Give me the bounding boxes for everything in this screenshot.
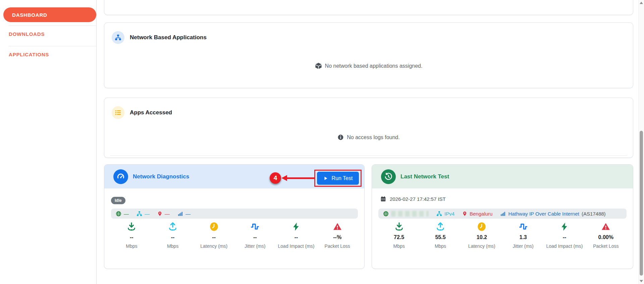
history-icon	[381, 169, 396, 184]
location-text: Bengaluru	[470, 211, 492, 217]
timestamp-row: 2026-02-27 17:42:57 IST	[380, 196, 446, 202]
signal-bars-icon	[177, 211, 183, 217]
isp-placeholder: —	[185, 211, 191, 217]
info-icon	[337, 134, 344, 140]
metric-load-impact: -- Load Impact (ms)	[276, 221, 317, 250]
scrollbar[interactable]	[638, 0, 644, 284]
metric-value: 1.3	[520, 234, 527, 240]
card-title: Network Based Applications	[130, 34, 207, 41]
metric-label: Mbps	[393, 243, 405, 250]
scrollbar-thumb[interactable]	[640, 131, 643, 276]
metric-jitter: -- Jitter (ms)	[234, 221, 276, 250]
sidebar: DASHBOARD DOWNLOADS APPLICATIONS	[0, 0, 97, 284]
jitter-icon	[518, 221, 528, 233]
sidebar-item-label: DOWNLOADS	[9, 31, 45, 37]
network-info-bar: IPv4 Bengaluru Hathway IP Over Cable Int…	[378, 209, 627, 219]
ip-version-placeholder: —	[145, 211, 150, 217]
annotation-arrow-line	[286, 177, 315, 179]
card-title: Apps Accessed	[130, 109, 172, 116]
clock-icon	[477, 221, 486, 233]
jitter-icon	[250, 221, 260, 233]
metric-label: Mbps	[435, 243, 446, 250]
metric-value: --	[212, 234, 216, 240]
asn-text: (AS17488)	[582, 211, 606, 217]
metric-download: 72.5 Mbps	[378, 221, 420, 250]
metric-load-impact: -- Load Impact (ms)	[544, 221, 585, 250]
ip-version: IPv4	[444, 211, 454, 217]
metric-value: 0.00%	[598, 234, 613, 240]
isp-link[interactable]: Hathway IP Over Cable Internet	[508, 211, 579, 217]
ip-placeholder: —	[124, 211, 129, 217]
download-icon	[126, 221, 137, 233]
sidebar-item-label: DASHBOARD	[12, 12, 47, 18]
metric-download: -- Mbps	[111, 221, 152, 250]
scroll-up-icon[interactable]	[640, 2, 643, 4]
metric-packet-loss: 0.00% Packet Loss	[585, 221, 627, 250]
signal-bars-icon	[500, 211, 506, 217]
metric-latency: 10.2 Latency (ms)	[461, 221, 502, 250]
status-badge: Idle	[111, 197, 125, 204]
warning-triangle-icon	[333, 221, 342, 233]
metric-label: Load Impact (ms)	[278, 243, 315, 250]
download-icon	[394, 221, 404, 233]
location-pin-icon	[157, 211, 162, 217]
metric-label: Jitter (ms)	[513, 243, 534, 250]
metric-upload: -- Mbps	[152, 221, 194, 250]
sitemap-icon	[137, 211, 142, 217]
sitemap-icon	[436, 211, 442, 217]
metric-value: --	[563, 234, 567, 240]
last-test-header: Last Network Test	[372, 165, 633, 188]
play-icon	[323, 176, 328, 181]
location-placeholder: —	[165, 211, 170, 217]
metric-value: 55.5	[435, 234, 445, 240]
metric-value: --	[294, 234, 298, 240]
empty-state: No network based applications assigned.	[104, 62, 633, 69]
metric-label: Packet Loss	[325, 243, 350, 250]
metric-value: 72.5	[394, 234, 404, 240]
metric-latency: -- Latency (ms)	[193, 221, 234, 250]
metrics-row: -- Mbps -- Mbps -- Latency (ms) -- Jitte…	[111, 221, 358, 250]
calendar-icon	[380, 196, 386, 202]
run-test-button[interactable]: Run Test	[317, 172, 359, 185]
metric-label: Jitter (ms)	[245, 243, 265, 250]
sidebar-divider	[9, 25, 96, 26]
sidebar-item-dashboard[interactable]: DASHBOARD	[3, 7, 96, 22]
scroll-down-icon[interactable]	[640, 280, 643, 282]
sidebar-item-downloads[interactable]: DOWNLOADS	[9, 31, 45, 37]
metric-label: Mbps	[126, 243, 137, 250]
empty-text: No network based applications assigned.	[325, 63, 423, 69]
warning-triangle-icon	[601, 221, 610, 233]
annotation-highlight-box: Run Test	[314, 170, 362, 187]
metric-upload: 55.5 Mbps	[420, 221, 461, 250]
empty-text: No access logs found.	[347, 134, 399, 140]
metric-value: --	[130, 234, 133, 240]
upload-icon	[168, 221, 178, 233]
metric-label: Packet Loss	[593, 243, 619, 250]
package-icon	[315, 62, 322, 69]
clock-icon	[209, 221, 219, 233]
metric-value: 10.2	[477, 234, 487, 240]
metric-jitter: 1.3 Jitter (ms)	[502, 221, 544, 250]
globe-icon	[116, 211, 121, 217]
metric-label: Load Impact (ms)	[546, 243, 583, 250]
sidebar-item-applications[interactable]: APPLICATIONS	[9, 52, 49, 57]
location-pin-icon	[462, 211, 467, 217]
panel-title: Last Network Test	[400, 173, 449, 180]
last-test-timestamp: 2026-02-27 17:42:57 IST	[390, 196, 446, 202]
metric-value: --%	[333, 234, 341, 240]
gauge-icon	[113, 169, 128, 184]
globe-icon	[383, 211, 389, 217]
sidebar-divider	[9, 46, 96, 46]
upload-icon	[435, 221, 445, 233]
annotation-step-badge: 4	[270, 172, 281, 184]
network-info-bar: — — — —	[111, 209, 358, 219]
bolt-icon	[560, 221, 569, 233]
metrics-row: 72.5 Mbps 55.5 Mbps 10.2 Latency (ms) 1.…	[378, 221, 627, 250]
network-based-applications-card: Network Based Applications No network ba…	[104, 22, 633, 88]
sitemap-icon	[112, 31, 124, 44]
apps-accessed-card: Apps Accessed No access logs found.	[104, 98, 633, 158]
network-diagnostics-card: Network Diagnostics 4 Run Test Idle — — …	[104, 164, 365, 269]
metric-label: Mbps	[167, 243, 178, 250]
metric-label: Latency (ms)	[468, 243, 495, 250]
last-network-test-card: Last Network Test 2026-02-27 17:42:57 IS…	[372, 164, 633, 269]
